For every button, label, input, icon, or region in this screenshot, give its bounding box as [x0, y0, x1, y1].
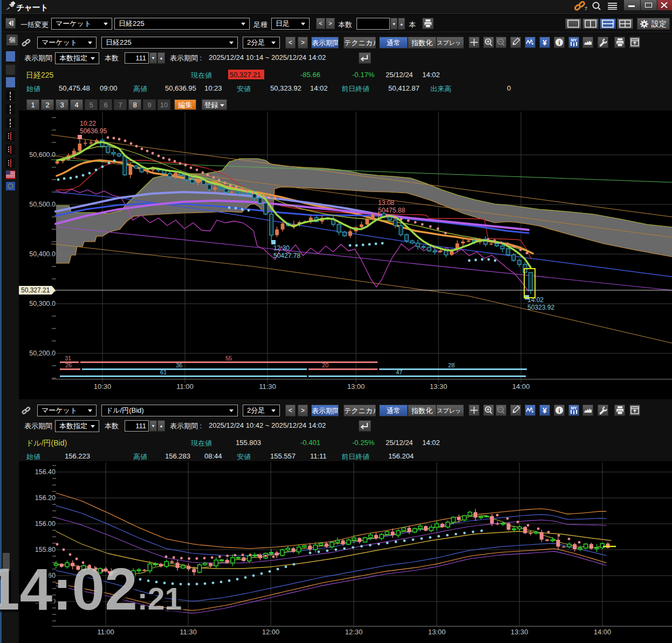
svg-text:50636.95: 50636.95 [80, 127, 107, 135]
svg-text:14:00: 14:00 [594, 628, 612, 636]
svg-text:31: 31 [65, 355, 71, 361]
svg-text:61: 61 [160, 369, 167, 375]
svg-text:28: 28 [448, 362, 455, 368]
svg-text:11:00: 11:00 [176, 382, 194, 391]
svg-text:50,200.0: 50,200.0 [29, 350, 56, 357]
svg-text:10:22: 10:22 [80, 120, 96, 127]
svg-text:50,500.0: 50,500.0 [29, 201, 56, 208]
svg-text:50427.78: 50427.78 [273, 252, 300, 259]
svg-text:26: 26 [65, 362, 72, 368]
svg-text:11:00: 11:00 [97, 628, 114, 636]
svg-text:50,600.0: 50,600.0 [29, 151, 56, 159]
svg-text:13:00: 13:00 [347, 382, 365, 391]
svg-text:14:00: 14:00 [512, 382, 530, 391]
svg-text:50,327.21: 50,327.21 [21, 286, 50, 294]
svg-text:13:00: 13:00 [428, 628, 446, 636]
svg-text:47: 47 [396, 369, 402, 375]
svg-text:12:30: 12:30 [345, 628, 363, 636]
svg-text:13:08: 13:08 [378, 199, 394, 207]
svg-text:50,400.0: 50,400.0 [29, 250, 56, 258]
svg-text:12:00: 12:00 [262, 628, 280, 636]
svg-text:55: 55 [225, 355, 232, 361]
svg-text:¥: ¥ [543, 406, 547, 415]
svg-text:12:30: 12:30 [273, 244, 290, 252]
svg-text:11:30: 11:30 [259, 382, 276, 391]
svg-text:MY: MY [571, 406, 577, 411]
svg-text:156.20: 156.20 [35, 494, 56, 502]
svg-text:50475.88: 50475.88 [378, 207, 405, 214]
svg-text:i: i [558, 407, 560, 414]
svg-text:156.40: 156.40 [35, 468, 56, 476]
svg-text:11:30: 11:30 [180, 628, 197, 636]
svg-text:13:30: 13:30 [430, 382, 448, 391]
svg-text:20: 20 [322, 362, 328, 368]
svg-text:10:30: 10:30 [94, 382, 112, 391]
svg-text:50323.92: 50323.92 [527, 304, 554, 311]
svg-text:155.80: 155.80 [35, 546, 56, 553]
svg-text:156.00: 156.00 [35, 520, 56, 528]
svg-text:50,300.0: 50,300.0 [29, 300, 56, 307]
svg-text:36: 36 [176, 362, 182, 368]
svg-text:13:30: 13:30 [511, 628, 529, 636]
